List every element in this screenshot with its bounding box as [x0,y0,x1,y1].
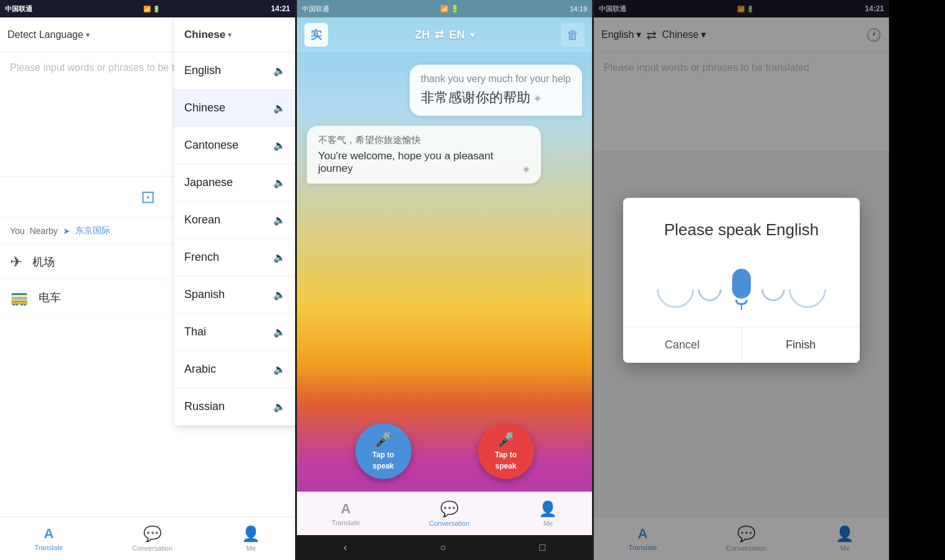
nav-conversation-1[interactable]: 💬 Conversation [132,525,172,552]
tap-to-speak-label-zh: Tap to [372,450,394,459]
navigation-icon: ➤ [63,226,70,236]
cancel-button[interactable]: Cancel [623,327,742,363]
recents-button[interactable]: □ [539,542,545,553]
train-text: 电车 [39,290,61,305]
language-dropdown: Chinese ▾ English 🔈 Chinese 🔈 Cantonese … [174,17,295,426]
dialog-actions: Cancel Finish [623,327,860,363]
lang-option-arabic[interactable]: Arabic 🔈 [174,351,295,388]
speaker-icon-japanese: 🔈 [273,177,286,189]
lang-name-spanish: Spanish [184,288,225,301]
tap-to-speak-button-en[interactable]: 🎤 Tap to speak [478,423,534,479]
lang-from: ZH [415,29,430,42]
lang-option-thai[interactable]: Thai 🔈 [174,314,295,351]
chevron-down-icon: ▾ [86,30,90,39]
nav-me-2[interactable]: 👤 Me [538,500,557,527]
tap-to-speak-button-zh[interactable]: 🎤 Tap to speak [355,423,411,479]
sound-icon-left[interactable]: ◈ [523,164,530,174]
dialog-mic-area [623,252,860,327]
icon-label: 实 [311,27,322,42]
mic-body [732,269,751,299]
detect-language-button[interactable]: Detect Language ▾ [7,29,90,40]
nav-translate-1[interactable]: A Translate [35,526,63,551]
lang-option-russian[interactable]: Russian 🔈 [174,388,295,426]
nav-conversation-label-1: Conversation [132,544,172,552]
nav-me-1[interactable]: 👤 Me [242,525,260,552]
speaker-icon-chinese: 🔈 [273,102,286,114]
screen1-translate: 中国联通 📶 🔋 14:21 Detect Language ▾ ⇄ Pleas… [0,0,295,560]
train-icon: 🚃 [10,289,29,306]
finish-button[interactable]: Finish [742,327,860,363]
status-bar-1: 中国联通 📶 🔋 14:21 [0,0,295,17]
lang-option-chinese[interactable]: Chinese 🔈 [174,90,295,127]
camera-icon[interactable]: ⊡ [141,187,155,207]
speak-buttons-area: 🎤 Tap to speak 🎤 Tap to speak [297,411,592,492]
wave-arc-right-small [756,273,790,306]
me-icon-2: 👤 [538,500,557,518]
translate-icon-2: A [341,501,350,517]
location-name: 东京国际 [75,225,110,236]
lang-name-cantonese: Cantonese [184,139,238,152]
lang-name-english: English [184,64,221,77]
delete-conversation-button[interactable]: 🗑 [561,23,585,47]
conversation-icon-2: 💬 [440,500,459,518]
nav-conversation-2[interactable]: 💬 Conversation [429,500,469,527]
me-icon-1: 👤 [242,525,260,543]
chat-area: thank you very much for your help 非常感谢你的… [297,52,592,411]
selected-language: Chinese [184,29,225,41]
speaker-icon-russian: 🔈 [273,401,286,413]
lang-option-spanish[interactable]: Spanish 🔈 [174,276,295,314]
detect-lang-label: Detect Language [7,29,83,40]
lang-option-japanese[interactable]: Japanese 🔈 [174,164,295,202]
bubble-left-welcome: 不客气，希望你旅途愉快 You're welcome, hope you a p… [307,126,541,184]
mic-wave-left [657,271,722,308]
lang-name-korean: Korean [184,213,220,226]
swap-arrows-icon: ⇄ [435,28,444,42]
lang-option-cantonese[interactable]: Cantonese 🔈 [174,127,295,164]
bottom-nav-2: A Translate 💬 Conversation 👤 Me [297,492,592,535]
speak-dialog-overlay: Please speak English [594,0,889,560]
speaker-icon-arabic: 🔈 [273,363,286,375]
carrier-2: 中国联通 [302,4,329,14]
lang-name-chinese: Chinese [184,101,225,114]
dialog-title: Please speak English [623,198,860,252]
home-button[interactable]: ○ [440,542,446,553]
wave-arc-right-large [781,263,834,315]
lang-name-arabic: Arabic [184,363,216,376]
sound-icon-right[interactable]: ◈ [534,93,541,103]
airplane-icon: ✈ [10,253,22,271]
bubble-right-thanks: thank you very much for your help 非常感谢你的… [410,65,582,116]
time-2: 14:19 [570,5,587,12]
nearby-label: Nearby [30,226,58,236]
wave-arc-left-small [693,273,726,306]
microphone-visual [724,264,759,314]
lang-option-korean[interactable]: Korean 🔈 [174,202,295,239]
lang-chevron-icon: ▾ [470,30,474,40]
bubble-right-zh: 非常感谢你的帮助 ◈ [421,88,571,107]
airport-text: 机场 [32,254,55,269]
conversation-top-bar: 实 ZH ⇄ EN ▾ 🗑 [297,17,592,52]
android-nav-bar: ‹ ○ □ [297,535,592,560]
back-button[interactable]: ‹ [344,542,347,553]
speaker-icon-french: 🔈 [273,251,286,263]
bottom-nav-1: A Translate 💬 Conversation 👤 Me [0,516,295,560]
lang-name-thai: Thai [184,325,206,338]
nav-translate-label-2: Translate [332,519,360,526]
speak-dialog: Please speak English [623,198,860,363]
mic-icon-red: 🎤 [497,432,514,448]
lang-option-french[interactable]: French 🔈 [174,239,295,276]
tap-to-speak-label-en2: speak [495,462,516,470]
bubble-left-zh: 不客气，希望你旅途愉快 [318,134,530,146]
nav-translate-2[interactable]: A Translate [332,501,360,526]
nav-me-label-2: Me [543,520,553,527]
status-bar-2: 中国联通 📶 🔋 14:19 [297,0,592,17]
speaker-icon-thai: 🔈 [273,326,286,338]
speaker-icon-spanish: 🔈 [273,289,286,301]
real-translate-icon[interactable]: 实 [304,23,328,47]
nav-translate-label-1: Translate [35,544,63,551]
lang-option-english[interactable]: English 🔈 [174,52,295,90]
wave-arc-left-large [649,263,702,315]
screen3-speak: 中国联通 📶 🔋 14:21 English ▾ ⇄ Chinese ▾ 🕐 P… [594,0,889,560]
bubble-right-en: thank you very much for your help [421,73,571,85]
lang-name-russian: Russian [184,400,225,413]
lang-name-japanese: Japanese [184,176,233,189]
